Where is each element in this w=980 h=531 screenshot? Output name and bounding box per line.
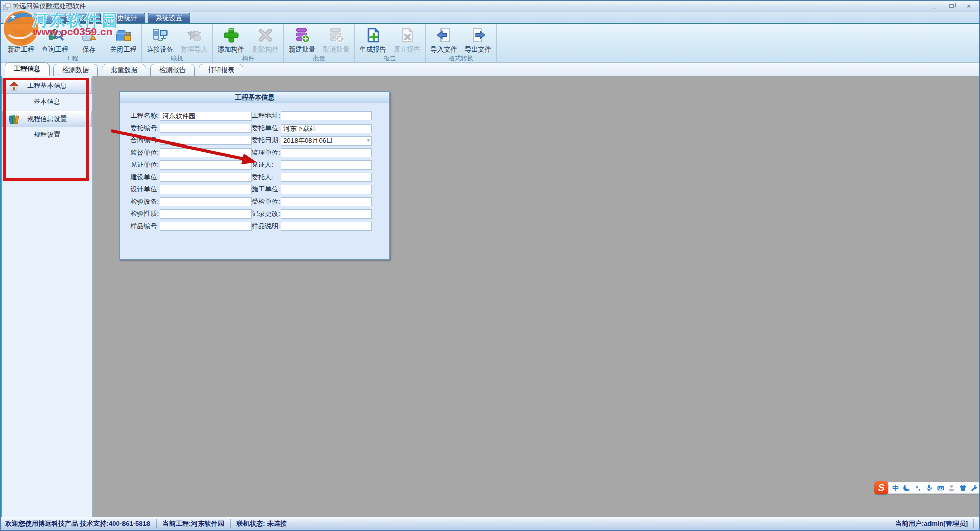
content-area: 工程基本信息 基本信息 规程信息设置 规程设置 工程基本信息 工程名称: 工程地 <box>1 76 979 517</box>
sidebar-item-label: 规程设置 <box>34 130 60 139</box>
status-current-project: 当前工程:河东软件园 <box>158 519 229 528</box>
field-label: 检验设备: <box>126 197 159 206</box>
form-row: 见证单位: 见证人: <box>120 159 389 171</box>
home-icon <box>9 81 19 91</box>
field-label: 设计单位: <box>126 185 159 194</box>
test-nature-input[interactable] <box>160 209 252 219</box>
chinese-mode-icon[interactable]: 中 <box>891 484 900 492</box>
save-button[interactable]: 保存 <box>72 25 106 54</box>
design-unit-input[interactable] <box>160 185 252 194</box>
new-project-button[interactable]: 新建工程 <box>4 25 38 54</box>
inspected-unit-input[interactable] <box>281 197 372 206</box>
import-file-icon <box>435 27 453 44</box>
window-controls: – × <box>928 2 979 10</box>
export-file-icon <box>470 27 487 44</box>
clipboard-person-icon[interactable] <box>947 484 956 492</box>
field-label: 合同编号: <box>126 136 159 145</box>
client-person-input[interactable] <box>281 173 372 182</box>
sidebar-item-label: 工程基本信息 <box>27 81 67 90</box>
tab-print-report[interactable]: 打印报表 <box>199 64 243 76</box>
supervision-unit-input[interactable] <box>160 148 252 157</box>
sidebar-item-regulation-settings[interactable]: 规程设置 <box>2 127 92 142</box>
sidebar-item-basic-info[interactable]: 基本信息 <box>2 94 92 109</box>
field-label: 委托人: <box>252 173 281 182</box>
restore-button[interactable] <box>946 2 957 10</box>
field-label: 监理单位: <box>252 148 281 157</box>
contract-no-input[interactable] <box>160 136 252 145</box>
data-import-icon <box>186 27 203 44</box>
ribbon-group-label: 格式转换 <box>427 54 495 62</box>
sample-description-input[interactable] <box>281 222 372 231</box>
revoke-report-button[interactable]: 废止报告 <box>390 25 424 54</box>
new-batch-button[interactable]: 新建批量 <box>285 25 319 54</box>
ribbon-group-label: 构件 <box>214 54 282 62</box>
form-row: 监督单位: 监理单位: <box>120 147 389 159</box>
close-project-icon <box>115 27 132 44</box>
sidebar: 工程基本信息 基本信息 规程信息设置 规程设置 <box>1 76 93 517</box>
construction-unit-input[interactable] <box>281 185 372 194</box>
app-icon <box>3 3 11 10</box>
connect-device-icon <box>152 27 169 44</box>
tab-test-data[interactable]: 检测数据 <box>53 64 98 76</box>
new-batch-icon <box>293 27 311 44</box>
skin-shirt-icon[interactable] <box>959 484 967 492</box>
field-label: 样品说明: <box>252 222 281 231</box>
cancel-batch-button[interactable]: 取消批量 <box>319 25 353 54</box>
close-project-button[interactable]: 关闭工程 <box>106 25 140 54</box>
construction-owner-input[interactable] <box>160 173 252 182</box>
project-name-input[interactable] <box>160 112 252 121</box>
record-change-input[interactable] <box>281 209 372 219</box>
generate-report-icon <box>364 27 382 44</box>
import-file-button[interactable]: 导入文件 <box>427 25 461 54</box>
sidebar-item-project-basic-info[interactable]: 工程基本信息 <box>2 78 92 94</box>
status-welcome: 欢迎您使用博远科技产品 技术支持:400-861-5818 <box>1 519 155 528</box>
cancel-batch-icon <box>328 27 345 44</box>
commission-date-input[interactable] <box>281 136 372 146</box>
sidebar-item-label: 基本信息 <box>34 97 60 106</box>
project-address-input[interactable] <box>281 111 372 120</box>
sidebar-item-regulation-info-settings[interactable]: 规程信息设置 <box>2 111 92 127</box>
field-label: 检验性质: <box>126 209 159 219</box>
query-project-button[interactable]: 查询工程 <box>38 25 72 54</box>
test-equipment-input[interactable] <box>160 197 252 206</box>
keyboard-icon[interactable] <box>936 484 945 492</box>
menu-tab-system-settings[interactable]: 系统设置 <box>148 13 190 23</box>
delete-component-button[interactable]: 删除构件 <box>248 25 282 54</box>
menu-tab-instrument-settings[interactable]: 仪器设置 <box>58 13 101 23</box>
sogou-logo-icon[interactable]: S <box>874 481 888 494</box>
save-icon <box>81 27 98 44</box>
field-label: 见证人: <box>252 160 281 170</box>
close-button[interactable]: × <box>963 2 974 10</box>
minimize-button[interactable]: – <box>928 2 940 10</box>
ribbon-group-component: 添加构件 删除构件 构件 <box>213 24 284 62</box>
tab-project-info[interactable]: 工程信息 <box>5 62 50 76</box>
form-row: 检验设备: 受检单位: <box>120 196 389 208</box>
menu-tab-data-processing[interactable]: 数据处理 <box>13 13 56 23</box>
add-component-button[interactable]: 添加构件 <box>214 25 248 54</box>
tab-test-report[interactable]: 检测报告 <box>150 64 195 76</box>
moon-icon[interactable] <box>902 484 911 492</box>
connect-device-button[interactable]: 连接设备 <box>143 25 177 54</box>
export-file-button[interactable]: 导出文件 <box>461 25 495 54</box>
status-separator <box>973 519 974 528</box>
commission-no-input[interactable] <box>160 124 252 133</box>
data-import-button[interactable]: 数据导入 <box>177 25 211 54</box>
field-label: 样品编号: <box>126 222 159 231</box>
form-row: 建设单位: 委托人: <box>120 171 389 183</box>
query-project-icon <box>46 27 64 44</box>
field-label: 工程地址: <box>252 111 281 120</box>
witness-person-input[interactable] <box>281 160 372 170</box>
supervisor-unit-input[interactable] <box>281 148 372 157</box>
ribbon-group-label: 联机 <box>143 54 211 62</box>
menu-tab-history-stats[interactable]: 历史统计 <box>103 13 145 23</box>
tab-batch-data[interactable]: 批量数据 <box>102 64 146 76</box>
wrench-icon[interactable] <box>970 484 978 492</box>
commission-unit-input[interactable] <box>281 124 372 133</box>
field-label: 记录更改: <box>252 209 281 219</box>
field-label: 施工单位: <box>252 185 281 194</box>
sample-no-input[interactable] <box>160 222 252 231</box>
punctuation-icon[interactable]: °, <box>914 484 922 492</box>
generate-report-button[interactable]: 生成报告 <box>356 25 390 54</box>
microphone-icon[interactable] <box>925 484 934 492</box>
witness-unit-input[interactable] <box>160 160 252 170</box>
